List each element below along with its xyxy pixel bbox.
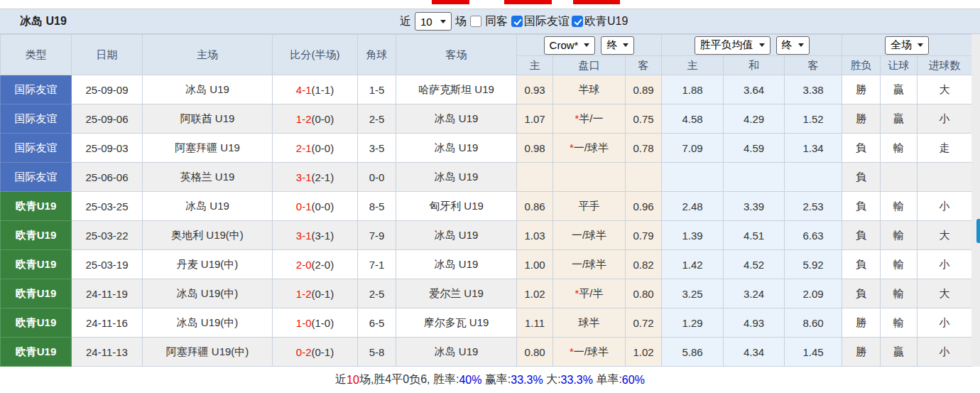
bookmaker-select[interactable]: Crow*	[544, 36, 596, 55]
home-team-cell: 冰岛 U19	[143, 192, 273, 221]
subheader-crow-away: 客	[626, 56, 662, 75]
crow-home-odds-cell: 0.93	[517, 75, 553, 104]
avg-home-cell: 7.09	[662, 134, 724, 163]
corner-cell: 5-8	[358, 338, 396, 367]
handicap-cell: 球半	[553, 308, 626, 338]
home-team-cell: 英格兰 U19	[143, 163, 273, 192]
summary-segment: 33.3%	[561, 374, 593, 387]
full-match-select[interactable]: 全场	[885, 36, 929, 55]
home-team-cell: 冰岛 U19(中)	[143, 279, 273, 308]
score-cell: 4-1(1-1)	[273, 75, 358, 104]
date-cell: 25-03-25	[72, 192, 143, 221]
panel-title-bar: 冰岛 U19 近 10 场 同客 国际友谊 欧青U19	[0, 9, 980, 34]
date-cell: 25-06-06	[72, 163, 143, 192]
avg-draw-cell: 4.29	[724, 104, 785, 134]
avg-away-cell	[785, 163, 842, 192]
right-margin-strip	[971, 34, 980, 367]
crow-home-odds-cell: 1.07	[517, 104, 553, 134]
match-history-table: 类型 日期 主场 比分(半场) 角球 客场 Crow* 终 胜平负均值 终	[0, 34, 972, 367]
summary-segment: 场,胜4平0负6, 胜率:	[359, 372, 459, 387]
crow-away-odds-cell: 0.78	[626, 134, 662, 163]
crow-home-odds-cell: 1.00	[517, 250, 553, 279]
crow-away-odds-cell: 0.75	[626, 104, 662, 134]
score-cell: 1-2(0-0)	[273, 104, 358, 134]
crow-away-odds-cell: 0.89	[626, 75, 662, 104]
subheader-handicap-result: 让球	[881, 56, 918, 75]
score-cell: 3-1(3-1)	[273, 221, 358, 250]
crow-home-odds-cell: 0.80	[517, 338, 553, 367]
avg-draw-cell: 4.51	[724, 221, 785, 250]
same-away-checkbox[interactable]	[470, 16, 481, 27]
away-team-cell: 冰岛 U19	[396, 104, 517, 134]
handicap-cell: 平手	[553, 192, 626, 221]
type-cell: 欧青U19	[1, 279, 72, 308]
col-header-type: 类型	[1, 35, 72, 75]
match-row: 欧青U1924-11-13阿塞拜疆 U19(中)0-2(0-1)5-8冰岛 U1…	[1, 338, 972, 367]
match-row: 国际友谊25-09-03阿塞拜疆 U192-1(0-0)3-5冰岛 U190.9…	[1, 134, 972, 163]
result-handicap-cell	[881, 163, 918, 192]
crow-final-select[interactable]: 终	[601, 36, 634, 55]
crow-away-odds-cell: 0.82	[626, 250, 662, 279]
date-cell: 25-09-06	[72, 104, 143, 134]
score-cell: 2-0(2-0)	[273, 250, 358, 279]
euro-u19-filter-checkbox[interactable]	[572, 16, 583, 27]
match-row: 欧青U1925-03-22奥地利 U19(中)3-1(3-1)7-9冰岛 U19…	[1, 221, 972, 250]
recent-count-select[interactable]: 10	[415, 12, 452, 31]
home-team-cell: 阿塞拜疆 U19	[143, 134, 273, 163]
type-cell: 欧青U19	[1, 250, 72, 279]
avg-draw-cell	[724, 163, 785, 192]
away-team-cell: 匈牙利 U19	[396, 192, 517, 221]
match-row: 欧青U1924-11-19冰岛 U19(中)1-2(0-1)2-5爱尔兰 U19…	[1, 279, 972, 308]
avg-home-cell: 4.58	[662, 104, 724, 134]
red-tab-fragment-3	[573, 0, 620, 4]
home-team-cell: 阿塞拜疆 U19(中)	[143, 338, 273, 367]
result-goals-cell: 大	[918, 279, 972, 308]
corner-cell: 0-0	[358, 163, 396, 192]
summary-segment: 33.3%	[511, 374, 543, 387]
away-team-cell: 冰岛 U19	[396, 163, 517, 192]
corner-cell: 3-5	[358, 134, 396, 163]
subheader-avg-away: 客	[785, 56, 842, 75]
avg-away-cell: 3.38	[785, 75, 842, 104]
away-team-cell: 冰岛 U19	[396, 134, 517, 163]
match-row: 国际友谊25-09-09冰岛 U194-1(1-1)1-5哈萨克斯坦 U190.…	[1, 75, 972, 104]
summary-segment: 近	[335, 372, 347, 387]
score-cell: 0-2(0-1)	[273, 338, 358, 367]
result-handicap-cell: 輸	[881, 308, 918, 338]
result-wdl-cell: 負	[842, 163, 881, 192]
result-wdl-cell: 勝	[842, 308, 881, 338]
crow-away-odds-cell: 0.72	[626, 308, 662, 338]
date-cell: 24-11-13	[72, 338, 143, 367]
top-strip	[0, 0, 980, 9]
avg-odds-select[interactable]: 胜平负均值	[695, 36, 771, 55]
matches-label: 场	[455, 14, 467, 29]
result-handicap-cell: 贏	[881, 338, 918, 367]
result-goals-cell: 大	[918, 221, 972, 250]
avg-draw-cell: 4.52	[724, 250, 785, 279]
friendly-filter-checkbox[interactable]	[511, 16, 523, 27]
red-tab-fragment-2	[504, 0, 552, 4]
avg-away-cell: 1.52	[785, 104, 842, 134]
red-tab-fragment-1	[432, 0, 469, 4]
result-goals-cell: 小	[918, 192, 972, 221]
filter-controls: 近 10 场 同客 国际友谊 欧青U19	[400, 12, 628, 31]
result-goals-cell: 小	[918, 308, 972, 338]
subheader-avg-draw: 和	[724, 56, 785, 75]
date-cell: 24-11-19	[72, 279, 143, 308]
col-header-away: 客场	[396, 35, 517, 75]
avg-final-select[interactable]: 终	[776, 36, 810, 55]
avg-draw-cell: 3.39	[724, 192, 785, 221]
date-cell: 25-03-19	[72, 250, 143, 279]
blue-scroll-fragment	[976, 219, 980, 243]
avg-draw-cell: 3.64	[724, 75, 785, 104]
away-team-cell: 冰岛 U19	[396, 221, 517, 250]
crow-home-odds-cell: 1.11	[517, 308, 553, 338]
date-cell: 25-09-03	[72, 134, 143, 163]
type-cell: 国际友谊	[1, 75, 72, 104]
summary-segment: 40%	[459, 374, 481, 387]
corner-cell: 2-5	[358, 279, 396, 308]
away-team-cell: 冰岛 U19	[396, 338, 517, 367]
avg-away-cell: 6.63	[785, 221, 842, 250]
result-goals-cell: 小	[918, 338, 972, 367]
crow-away-odds-cell: 0.96	[626, 192, 662, 221]
